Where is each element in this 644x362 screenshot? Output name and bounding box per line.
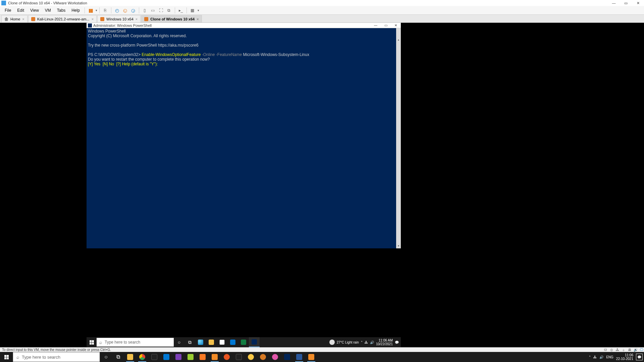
guest-clock[interactable]: 11:06 AM 10/22/2021	[376, 339, 393, 346]
close-icon[interactable]: ×	[22, 17, 24, 21]
notification-icon[interactable]: 💬	[395, 341, 399, 344]
task-view-button[interactable]: ⧉	[184, 337, 195, 347]
taskbar-powershell[interactable]	[281, 352, 293, 362]
tab-home[interactable]: Home ×	[1, 15, 28, 22]
cortana-button[interactable]: ○	[174, 337, 184, 347]
tab-clone-windows10[interactable]: Clone of Windows 10 x64 ×	[141, 15, 202, 22]
powershell-titlebar[interactable]: Administrator: Windows PowerShell — ▭ ✕	[87, 23, 401, 28]
scroll-up-icon[interactable]: ▴	[396, 38, 401, 42]
taskbar-app-lock[interactable]	[245, 352, 257, 362]
notification-icon[interactable]: 💬	[636, 354, 643, 360]
scroll-down-icon[interactable]: ▾	[396, 244, 401, 248]
guest-desktop[interactable]: Administrator: Windows PowerShell — ▭ ✕ …	[87, 23, 401, 347]
taskbar-excel[interactable]	[238, 337, 249, 347]
ps-close-button[interactable]: ✕	[391, 23, 401, 28]
pause-vm-button[interactable]: ▮▮	[87, 7, 94, 14]
menu-edit[interactable]: Edit	[14, 7, 27, 13]
library-button[interactable]: ▦	[189, 7, 196, 14]
taskbar-store[interactable]	[217, 337, 227, 347]
taskbar-edge[interactable]	[195, 337, 206, 347]
tab-label: Clone of Windows 10 x64	[150, 17, 195, 21]
host-clock[interactable]: 11:06 22-10-2021	[616, 353, 633, 361]
device-printer-icon[interactable]: 🖶	[627, 348, 632, 352]
view-appliance-button[interactable]: ▭	[149, 7, 157, 14]
console-button[interactable]: ▸_	[177, 7, 184, 14]
tab-windows10[interactable]: Windows 10 x64 ×	[97, 15, 141, 22]
host-cortana-button[interactable]: ○	[100, 352, 112, 362]
host-task-view-button[interactable]: ⧉	[112, 352, 124, 362]
language-indicator[interactable]: ENG	[606, 355, 613, 359]
close-icon[interactable]: ×	[136, 17, 138, 21]
view-unity-button[interactable]: ⧉	[165, 7, 173, 14]
device-usb-icon[interactable]: ⏚	[621, 348, 626, 352]
close-button[interactable]: ✕	[632, 0, 644, 6]
taskbar-word[interactable]	[293, 352, 305, 362]
scrollbar[interactable]: ▴ ▾	[396, 28, 401, 248]
taskbar-app-g[interactable]	[305, 352, 317, 362]
taskbar-visualstudio[interactable]	[172, 352, 184, 362]
vm-viewport[interactable]: Administrator: Windows PowerShell — ▭ ✕ …	[0, 23, 644, 347]
ps-minimize-button[interactable]: —	[371, 23, 381, 28]
taskbar-mail[interactable]	[227, 337, 238, 347]
tray-chevron-icon[interactable]: ˄	[589, 355, 591, 359]
taskbar-terminal[interactable]	[148, 352, 160, 362]
snapshot-revert-button[interactable]: ◵	[121, 7, 129, 14]
menu-tabs[interactable]: Tabs	[54, 7, 68, 13]
snapshot-take-button[interactable]: ◴	[113, 7, 121, 14]
volume-icon[interactable]: 🔊	[370, 341, 374, 344]
menu-help[interactable]: Help	[69, 7, 83, 13]
volume-icon[interactable]: 🔊	[599, 355, 603, 359]
status-text: To direct input to this VM, move the mou…	[2, 348, 111, 352]
guest-start-button[interactable]	[87, 337, 97, 347]
close-icon[interactable]: ×	[92, 17, 94, 21]
device-network-icon[interactable]: 🖧	[615, 348, 620, 352]
ps-maximize-button[interactable]: ▭	[381, 23, 391, 28]
menu-view[interactable]: View	[28, 7, 42, 13]
snapshot-manage-button[interactable]: ◶	[129, 7, 137, 14]
taskbar-powershell[interactable]	[249, 337, 260, 347]
taskbar-chrome[interactable]	[136, 352, 148, 362]
taskbar-app-pink[interactable]	[269, 352, 281, 362]
device-disk-icon[interactable]: ⛁	[603, 348, 608, 352]
tab-kali[interactable]: Kali-Linux-2021.2-vmware-am... ×	[28, 15, 97, 22]
taskbar-vscode[interactable]	[160, 352, 172, 362]
power-dropdown[interactable]: ▾	[95, 9, 97, 12]
host-start-button[interactable]	[0, 352, 13, 362]
maximize-button[interactable]: ▭	[620, 0, 632, 6]
ps-line: Windows PowerShell	[88, 29, 126, 34]
weather-text[interactable]: 27°C Light rain	[337, 341, 359, 344]
taskbar-app-lock2[interactable]	[257, 352, 269, 362]
ps-line: [Y] Yes [N] No [?] Help (default is "Y")…	[88, 62, 158, 66]
windows-icon	[4, 355, 9, 359]
vm-icon	[100, 17, 104, 21]
library-dropdown[interactable]: ▾	[197, 9, 199, 12]
guest-search-box[interactable]: ⌕ Type here to search	[97, 338, 174, 347]
view-single-button[interactable]: ▯	[141, 7, 149, 14]
view-fullscreen-button[interactable]: ⛶	[157, 7, 165, 14]
taskbar-vmware[interactable]	[209, 352, 221, 362]
device-display-icon[interactable]: 🖵	[639, 348, 644, 352]
ps-line: Try the new cross-platform PowerShell ht…	[88, 43, 199, 48]
menu-file[interactable]: File	[2, 7, 14, 13]
send-ctrlaltdel-button[interactable]: ⎘	[102, 7, 109, 14]
taskbar-ubuntu[interactable]	[221, 352, 233, 362]
host-search-box[interactable]: ⌕ Type here to search	[13, 352, 100, 362]
tray-chevron-icon[interactable]: ˄	[361, 341, 363, 344]
taskbar-explorer[interactable]	[206, 337, 217, 347]
menu-vm[interactable]: VM	[42, 7, 54, 13]
taskbar-xampp[interactable]	[197, 352, 209, 362]
network-icon[interactable]: 🖧	[593, 355, 597, 359]
close-icon[interactable]: ×	[197, 17, 199, 21]
app-icon	[272, 354, 278, 360]
powershell-console[interactable]: Windows PowerShell Copyright (C) Microso…	[87, 28, 401, 248]
tab-label: Kali-Linux-2021.2-vmware-am...	[37, 17, 90, 21]
taskbar-notepadpp[interactable]	[184, 352, 197, 362]
network-icon[interactable]: 🖧	[365, 341, 368, 344]
ps-cmd: Enable-WindowsOptionalFeature	[142, 52, 201, 57]
taskbar-explorer[interactable]	[124, 352, 136, 362]
store-icon	[219, 340, 225, 345]
taskbar-terminal2[interactable]	[233, 352, 245, 362]
minimize-button[interactable]: —	[608, 0, 620, 6]
device-sound-icon[interactable]: 🔊	[633, 348, 638, 352]
device-cd-icon[interactable]: ◎	[609, 348, 614, 352]
